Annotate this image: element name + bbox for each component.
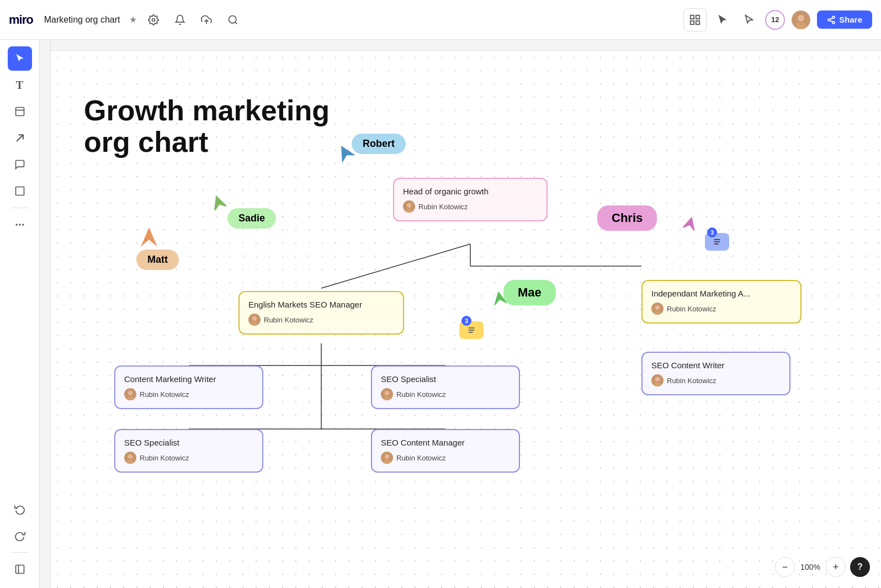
zoom-controls: − 100% + ?: [775, 557, 870, 577]
zoom-level: 100%: [799, 563, 821, 571]
cursor-label-sadie: Sadie: [227, 208, 276, 229]
share-button[interactable]: Share: [817, 10, 872, 29]
svg-rect-16: [15, 108, 24, 116]
topbar: miro Marketing org chart ★ 12 Share: [0, 0, 881, 40]
svg-marker-37: [141, 227, 157, 247]
chat-bubble-1[interactable]: 3: [459, 321, 484, 339]
comment-tool[interactable]: [8, 152, 32, 177]
svg-point-9: [798, 15, 804, 22]
svg-line-15: [830, 18, 833, 19]
help-button[interactable]: ?: [850, 557, 870, 577]
user-avatar-small: [403, 200, 415, 213]
user-avatar-small: [381, 452, 393, 464]
zoom-out-button[interactable]: −: [775, 557, 795, 577]
ruler-vertical: [40, 40, 51, 588]
user-avatar-small: [651, 374, 664, 386]
search-icon[interactable]: [223, 10, 243, 30]
select-tool[interactable]: [8, 46, 32, 71]
svg-point-47: [655, 305, 660, 310]
cursor-label-chris: Chris: [597, 205, 657, 231]
pointer-tool-icon[interactable]: [739, 9, 760, 30]
undo-button[interactable]: [8, 497, 32, 521]
user-avatar-small: [381, 388, 393, 400]
arrow-tool[interactable]: [8, 126, 32, 150]
org-box-seo-spec-2[interactable]: SEO Specialist Rubin Kotowicz: [114, 429, 263, 473]
svg-point-56: [128, 454, 132, 459]
svg-line-3: [235, 22, 237, 24]
bubble-count-2: 3: [707, 227, 717, 237]
svg-point-53: [385, 391, 389, 395]
cursor-label-robert: Robert: [352, 134, 406, 154]
bell-icon[interactable]: [170, 10, 190, 30]
org-box-indep-mktg[interactable]: Independant Marketing A... Rubin Kotowic…: [641, 280, 802, 324]
svg-point-11: [832, 16, 835, 18]
svg-point-50: [128, 391, 132, 395]
svg-point-20: [15, 224, 17, 225]
org-box-eng-seo-mgr[interactable]: English Markets SEO Manager Rubin Kotowi…: [238, 291, 404, 335]
zoom-in-button[interactable]: +: [826, 557, 846, 577]
user-avatar[interactable]: [790, 9, 811, 30]
more-tools[interactable]: [8, 213, 32, 237]
user-avatar-small: [248, 314, 261, 326]
frame-tool[interactable]: [8, 179, 32, 203]
doc-title[interactable]: Marketing org chart: [44, 15, 120, 25]
svg-point-59: [385, 454, 389, 459]
user-avatar-small: [651, 303, 664, 315]
svg-point-44: [252, 316, 257, 321]
svg-rect-4: [691, 15, 694, 18]
cursor-tool-icon[interactable]: [712, 9, 733, 30]
user-avatar-small: [124, 452, 136, 464]
settings-icon[interactable]: [144, 10, 163, 30]
star-icon[interactable]: ★: [129, 14, 137, 25]
sticky-tool[interactable]: [8, 99, 32, 124]
collaborator-count[interactable]: 12: [765, 10, 785, 30]
svg-point-21: [19, 224, 20, 225]
canvas[interactable]: Growth marketing org chart Robert Sadie: [51, 51, 881, 588]
svg-point-41: [407, 203, 411, 208]
svg-rect-23: [15, 565, 24, 574]
svg-marker-38: [683, 216, 697, 231]
org-box-content-writer[interactable]: Content Marketing Writer Rubin Kotowicz: [114, 365, 263, 409]
svg-line-25: [321, 244, 470, 288]
chart-title: Growth marketing org chart: [84, 95, 330, 158]
svg-point-12: [828, 19, 830, 21]
ruler-horizontal: [40, 40, 881, 51]
org-box-seo-spec-1[interactable]: SEO Specialist Rubin Kotowicz: [371, 365, 520, 409]
svg-rect-19: [15, 187, 24, 195]
apps-grid-icon[interactable]: [683, 8, 707, 31]
logo[interactable]: miro: [9, 13, 33, 27]
upload-icon[interactable]: [197, 10, 216, 30]
org-box-head-organic[interactable]: Head of organic growth Rubin Kotowicz: [393, 178, 548, 221]
cursor-label-matt: Matt: [136, 250, 179, 270]
svg-marker-36: [211, 195, 226, 210]
org-box-seo-content-writer[interactable]: SEO Content Writer Rubin Kotowicz: [641, 352, 790, 395]
left-toolbar: T: [0, 40, 40, 588]
redo-button[interactable]: [8, 523, 32, 548]
cursor-label-mae: Mae: [503, 280, 556, 305]
svg-point-13: [832, 21, 835, 23]
topbar-right: 12 Share: [683, 8, 872, 31]
svg-rect-5: [696, 15, 699, 18]
svg-point-0: [152, 18, 155, 21]
chat-bubble-2[interactable]: 3: [705, 233, 729, 251]
svg-rect-6: [691, 20, 694, 24]
panel-toggle[interactable]: [8, 557, 32, 581]
svg-line-14: [830, 20, 833, 22]
bubble-count-1: 3: [461, 316, 471, 326]
svg-line-18: [17, 135, 23, 141]
svg-point-22: [22, 224, 24, 225]
svg-point-2: [229, 15, 236, 23]
text-tool[interactable]: T: [8, 73, 32, 97]
cursor-robert: Robert: [352, 134, 406, 154]
org-box-seo-content-mgr[interactable]: SEO Content Manager Rubin Kotowicz: [371, 429, 520, 473]
svg-point-62: [655, 377, 660, 382]
svg-rect-7: [696, 20, 699, 24]
user-avatar-small: [124, 388, 136, 400]
